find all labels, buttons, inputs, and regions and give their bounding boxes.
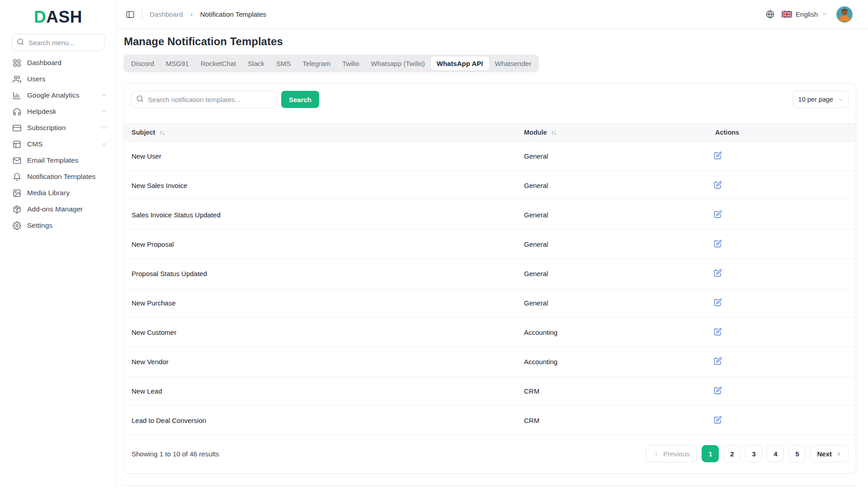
tab-slack[interactable]: Slack xyxy=(242,56,270,70)
edit-icon[interactable] xyxy=(713,150,723,160)
sidebar-item-dashboard[interactable]: Dashboard xyxy=(0,55,116,71)
table-row: New Customer Accounting xyxy=(124,318,856,347)
tab-discord[interactable]: Discord xyxy=(125,56,160,70)
sort-icon[interactable]: ↑↓ xyxy=(159,129,165,136)
cell-module: General xyxy=(516,270,708,277)
tab-telegram[interactable]: Telegram xyxy=(297,56,336,70)
next-page-button[interactable]: Next xyxy=(810,445,849,462)
language-label: English xyxy=(796,10,818,18)
user-avatar[interactable] xyxy=(836,6,853,23)
cell-module: General xyxy=(516,240,708,248)
sidebar-item-label: Email Templates xyxy=(27,156,78,164)
page-title: Manage Notification Templates xyxy=(124,35,856,48)
dashboard-grid-icon xyxy=(13,59,21,67)
sidebar-item-label: Add-ons Manager xyxy=(27,205,83,213)
tab-msg91[interactable]: MSG91 xyxy=(160,56,195,70)
sidebar-item-notification-templates[interactable]: Notification Templates xyxy=(0,169,116,185)
table-row: Sales Invoice Status Updated General xyxy=(124,200,856,230)
table-row: New Lead CRM xyxy=(124,376,856,406)
sidebar-item-email-templates[interactable]: Email Templates xyxy=(0,152,116,169)
edit-icon[interactable] xyxy=(713,327,723,337)
sidebar-item-subscription[interactable]: Subscription xyxy=(0,120,116,136)
sort-icon[interactable]: ↑↓ xyxy=(551,129,557,136)
edit-icon[interactable] xyxy=(713,356,723,366)
sidebar-item-media-library[interactable]: Media Library xyxy=(0,185,116,201)
cell-subject: New Vendor xyxy=(124,358,516,366)
sidebar-item-label: CMS xyxy=(27,140,42,148)
table-row: New User General xyxy=(124,141,856,171)
breadcrumb: Dashboard › Notification Templates xyxy=(150,10,266,19)
sidebar-item-google-analytics[interactable]: Google Analytics xyxy=(0,87,116,103)
per-page-select[interactable]: 10 per page xyxy=(793,91,849,108)
sidebar-item-addons-manager[interactable]: Add-ons Manager xyxy=(0,201,116,217)
sidebar-item-label: Users xyxy=(27,75,45,83)
sidebar-toggle-icon[interactable] xyxy=(125,9,136,20)
cell-subject: New User xyxy=(124,152,516,160)
tab-whatsapp-api[interactable]: WhatsApp API xyxy=(431,56,489,70)
sidebar-item-label: Dashboard xyxy=(27,59,61,67)
table-row: New Purchase General xyxy=(124,288,856,318)
language-selector[interactable]: English xyxy=(782,10,827,18)
bar-chart-icon xyxy=(13,91,21,100)
sidebar-item-label: Helpdesk xyxy=(27,108,57,116)
page-button-2[interactable]: 2 xyxy=(723,445,741,462)
edit-icon[interactable] xyxy=(713,209,723,219)
sidebar-item-label: Google Analytics xyxy=(27,91,79,99)
page-button-4[interactable]: 4 xyxy=(767,445,784,462)
image-icon xyxy=(13,189,21,197)
edit-icon[interactable] xyxy=(713,297,723,307)
chevron-down-icon xyxy=(101,108,107,115)
edit-icon[interactable] xyxy=(713,180,723,190)
page-bottom-divider xyxy=(123,485,856,488)
topbar-divider xyxy=(142,9,142,19)
cell-subject: New Sales Invoice xyxy=(124,182,516,189)
sidebar-item-label: Notification Templates xyxy=(27,173,95,181)
edit-icon[interactable] xyxy=(713,268,723,278)
chevron-down-icon xyxy=(821,11,827,17)
logo-rest: ASH xyxy=(46,8,82,26)
edit-icon[interactable] xyxy=(713,415,723,425)
page-button-1[interactable]: 1 xyxy=(702,445,719,462)
sidebar-item-helpdesk[interactable]: Helpdesk xyxy=(0,103,116,120)
tab-whatsapp-twilio[interactable]: Whatsapp (Twilio) xyxy=(365,56,431,70)
edit-icon[interactable] xyxy=(713,385,723,395)
cell-module: Accounting xyxy=(516,328,708,336)
cell-module: General xyxy=(516,182,708,189)
tab-twilio[interactable]: Twilio xyxy=(336,56,365,70)
column-header-actions: Actions xyxy=(708,129,856,136)
layout-icon xyxy=(13,140,21,149)
page-button-5[interactable]: 5 xyxy=(788,445,806,462)
sidebar-item-cms[interactable]: CMS xyxy=(0,136,116,152)
table-row: Proposal Status Updated General xyxy=(124,259,856,288)
content: Manage Notification Templates Discord MS… xyxy=(117,29,868,488)
column-header-subject[interactable]: Subject ↑↓ xyxy=(124,129,516,136)
tab-whatsender[interactable]: Whatsender xyxy=(489,56,538,70)
search-button[interactable]: Search xyxy=(281,91,319,108)
sidebar-item-users[interactable]: Users xyxy=(0,71,116,87)
credit-card-icon xyxy=(13,124,21,132)
previous-page-button[interactable]: Previous xyxy=(646,445,697,462)
sidebar-nav: Dashboard Users Google Analytics Helpdes… xyxy=(0,55,116,234)
users-icon xyxy=(13,75,21,84)
globe-icon[interactable] xyxy=(766,10,774,19)
sidebar-search-input[interactable] xyxy=(12,34,104,51)
cell-module: General xyxy=(516,299,708,307)
column-header-module[interactable]: Module ↑↓ xyxy=(516,129,708,136)
sidebar-item-label: Settings xyxy=(27,221,52,230)
results-summary: Showing 1 to 10 of 46 results xyxy=(132,450,219,458)
page-button-3[interactable]: 3 xyxy=(745,445,762,462)
edit-icon[interactable] xyxy=(713,239,723,249)
sidebar-item-settings[interactable]: Settings xyxy=(0,217,116,234)
chevron-left-icon xyxy=(653,451,659,457)
tab-sms[interactable]: SMS xyxy=(270,56,297,70)
app-logo[interactable]: DASH xyxy=(0,7,116,27)
breadcrumb-dashboard[interactable]: Dashboard xyxy=(150,10,183,18)
template-search-input[interactable] xyxy=(131,91,278,108)
chevron-down-icon xyxy=(101,92,107,99)
chevron-down-icon xyxy=(101,125,107,131)
cell-subject: Lead to Deal Conversion xyxy=(124,417,516,424)
sidebar-item-label: Subscription xyxy=(27,124,66,132)
tab-rocketchat[interactable]: RocketChat xyxy=(195,56,242,70)
pagination: Previous 1 2 3 4 5 Next xyxy=(646,445,849,462)
table-row: New Sales Invoice General xyxy=(124,171,856,200)
